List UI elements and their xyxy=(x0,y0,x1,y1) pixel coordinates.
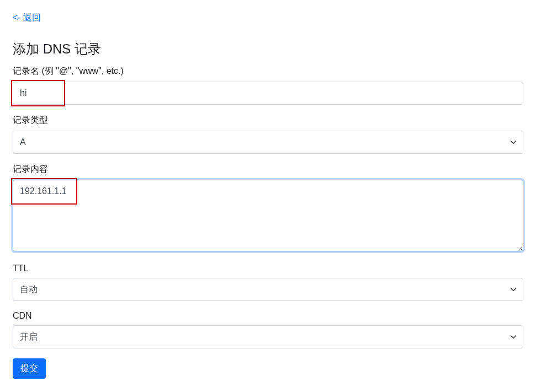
record-content-textarea[interactable]: 192.161.1.1 xyxy=(13,180,523,251)
record-name-input[interactable] xyxy=(13,82,523,105)
record-type-select[interactable]: A xyxy=(13,131,523,154)
cdn-label: CDN xyxy=(13,311,523,321)
ttl-label: TTL xyxy=(13,264,523,273)
page-title: 添加 DNS 记录 xyxy=(13,40,523,58)
submit-button[interactable]: 提交 xyxy=(13,358,46,379)
record-type-label: 记录类型 xyxy=(13,115,523,126)
ttl-select[interactable]: 自动 xyxy=(13,278,523,301)
cdn-select[interactable]: 开启 xyxy=(13,325,523,348)
record-name-label: 记录名 (例 "@", "www", etc.) xyxy=(13,66,523,77)
record-content-label: 记录内容 xyxy=(13,164,523,175)
back-link[interactable]: <- 返回 xyxy=(13,12,41,24)
